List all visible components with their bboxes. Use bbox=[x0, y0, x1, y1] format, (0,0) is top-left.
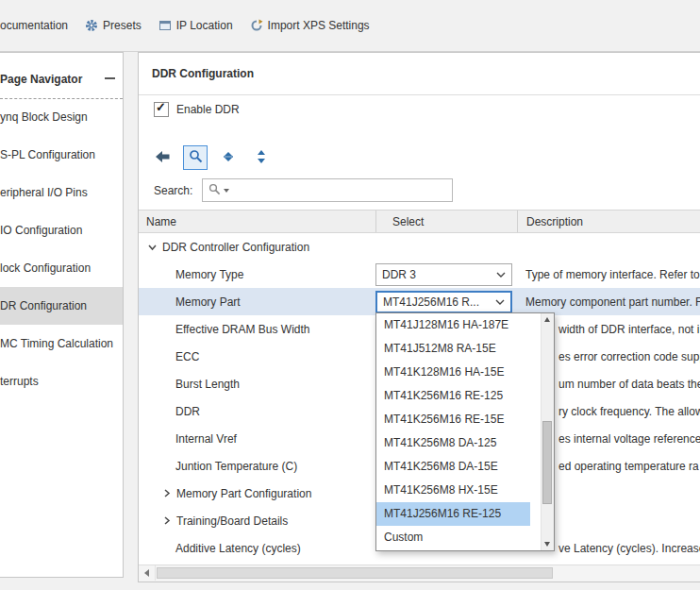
dropdown-option[interactable]: Custom bbox=[376, 526, 530, 549]
dropdown-option[interactable]: MT41K256M16 RE-15E bbox=[376, 408, 530, 431]
search-row: Search: bbox=[154, 178, 453, 202]
scrollbar-thumb[interactable] bbox=[157, 567, 553, 579]
horizontal-scrollbar[interactable] bbox=[139, 565, 700, 582]
search-label: Search: bbox=[154, 184, 192, 197]
search-input[interactable] bbox=[232, 180, 452, 201]
sidebar-item-ps-pl-configuration[interactable]: S-PL Configuration bbox=[0, 136, 123, 174]
memory-part-combobox[interactable]: MT41J256M16 R... bbox=[375, 291, 512, 313]
table-header: Name Select Description bbox=[139, 210, 700, 233]
scrollbar-thumb[interactable] bbox=[542, 421, 552, 504]
memory-type-combobox[interactable]: DDR 3 bbox=[375, 263, 512, 286]
row-ddr-controller-configuration[interactable]: DDR Controller Configuration bbox=[139, 233, 700, 261]
enable-ddr-checkbox[interactable]: ✓ bbox=[154, 102, 169, 117]
dropdown-option[interactable]: MT41J512M8 RA-15E bbox=[376, 337, 530, 361]
chevron-right-icon[interactable] bbox=[163, 489, 171, 497]
dropdown-option[interactable]: MT41K256M8 DA-15E bbox=[376, 455, 530, 479]
scroll-down-icon[interactable] bbox=[542, 538, 553, 550]
page-navigator-items: ynq Block Design S-PL Configuration erip… bbox=[0, 98, 123, 400]
sidebar-item-dmc-timing-calculation[interactable]: MC Timing Calculation bbox=[0, 325, 123, 362]
page-navigator-header: Page Navigator bbox=[0, 53, 123, 99]
chevron-down-icon[interactable] bbox=[224, 189, 229, 193]
toolbar-item-label: ocumentation bbox=[0, 19, 68, 32]
page-navigator-sidebar: Page Navigator ynq Block Design S-PL Con… bbox=[0, 52, 124, 578]
sidebar-item-interrupts[interactable]: terrupts bbox=[0, 362, 123, 400]
back-button[interactable] bbox=[150, 145, 175, 170]
top-toolbar: ocumentation Presets IP Location bbox=[0, 0, 700, 52]
scroll-left-button[interactable] bbox=[139, 565, 156, 581]
gear-icon bbox=[85, 19, 98, 32]
sidebar-item-ddr-configuration[interactable]: DR Configuration bbox=[0, 287, 123, 325]
toolbar-item-label: Import XPS Settings bbox=[268, 19, 370, 32]
column-header-description[interactable]: Description bbox=[517, 211, 700, 232]
toolbar-item-presets[interactable]: Presets bbox=[85, 19, 142, 32]
memory-part-dropdown: MT41J128M16 HA-187E MT41J512M8 RA-15E MT… bbox=[375, 312, 555, 551]
ddr-configuration-panel: DDR Configuration ✓ Enable DDR bbox=[138, 52, 700, 582]
enable-ddr-row: ✓ Enable DDR bbox=[154, 102, 240, 117]
enable-ddr-label: Enable DDR bbox=[176, 103, 240, 116]
dropdown-option[interactable]: MT41K128M16 HA-15E bbox=[376, 361, 530, 384]
description-cell: Type of memory interface. Refer to bbox=[517, 261, 700, 288]
sidebar-item-peripheral-io-pins[interactable]: eripheral I/O Pins bbox=[0, 174, 123, 211]
search-icon bbox=[189, 149, 203, 166]
chevron-down-icon[interactable] bbox=[148, 244, 157, 251]
back-arrow-icon bbox=[156, 150, 170, 166]
check-icon: ✓ bbox=[156, 100, 166, 114]
row-memory-part[interactable]: Memory Part MT41J256M16 R... Memory comp… bbox=[139, 288, 700, 315]
dropdown-scrollbar[interactable] bbox=[541, 313, 554, 550]
chevron-down-icon bbox=[496, 272, 506, 278]
sidebar-item-mio-configuration[interactable]: IO Configuration bbox=[0, 211, 123, 249]
page-title: DDR Configuration bbox=[139, 53, 700, 95]
sidebar-item-clock-configuration[interactable]: lock Configuration bbox=[0, 249, 123, 287]
scroll-up-icon[interactable] bbox=[542, 313, 553, 326]
dropdown-option[interactable]: MT41K256M8 DA-125 bbox=[376, 431, 530, 455]
zynq-configuration-window: ocumentation Presets IP Location bbox=[0, 0, 700, 590]
toolbar-item-import-xps-settings[interactable]: Import XPS Settings bbox=[250, 19, 370, 32]
expand-all-icon bbox=[254, 149, 269, 167]
sidebar-item-zynq-block-design[interactable]: ynq Block Design bbox=[0, 98, 123, 136]
column-header-name[interactable]: Name bbox=[139, 211, 375, 232]
dropdown-option[interactable]: MT41K256M16 RE-125 bbox=[376, 384, 530, 408]
search-toggle-button[interactable] bbox=[183, 145, 208, 170]
column-header-select[interactable]: Select bbox=[375, 211, 517, 232]
dropdown-option-selected[interactable]: MT41J256M16 RE-125 bbox=[376, 502, 530, 526]
chevron-right-icon[interactable] bbox=[163, 516, 171, 525]
minimize-icon[interactable] bbox=[105, 77, 115, 79]
dropdown-option[interactable]: MT41K256M8 HX-15E bbox=[376, 479, 530, 502]
description-cell: Memory component part number. F bbox=[517, 288, 700, 315]
collapse-all-icon bbox=[221, 149, 236, 167]
search-icon bbox=[208, 183, 221, 198]
expand-all-button[interactable] bbox=[249, 145, 274, 170]
ip-location-icon bbox=[158, 19, 172, 32]
toolbar-item-label: IP Location bbox=[176, 19, 233, 32]
collapse-all-button[interactable] bbox=[216, 145, 241, 170]
toolbar-item-documentation[interactable]: ocumentation bbox=[0, 19, 68, 32]
scroll-left-icon bbox=[144, 569, 149, 577]
row-memory-type[interactable]: Memory Type DDR 3 Type of memory interfa… bbox=[139, 261, 700, 288]
dropdown-option[interactable]: MT41J128M16 HA-187E bbox=[376, 313, 530, 337]
page-navigator-title: Page Navigator bbox=[0, 73, 82, 86]
chevron-down-icon bbox=[495, 299, 505, 305]
import-icon bbox=[250, 19, 263, 32]
toolbar-item-label: Presets bbox=[103, 19, 142, 32]
search-box[interactable] bbox=[202, 178, 453, 202]
table-toolbar bbox=[150, 144, 274, 171]
toolbar-item-ip-location[interactable]: IP Location bbox=[158, 19, 233, 32]
